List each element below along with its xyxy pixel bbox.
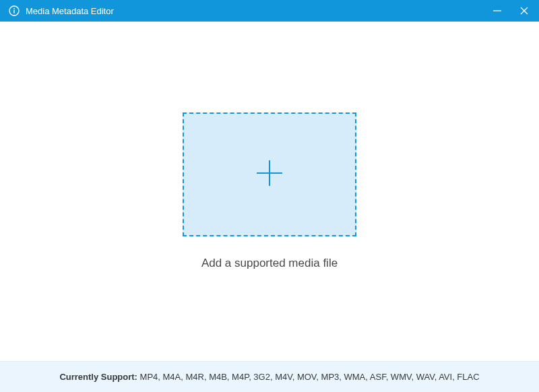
footer-label: Currently Support: xyxy=(59,372,139,382)
close-icon xyxy=(519,6,529,15)
main-content: Add a supported media file xyxy=(0,22,539,361)
supported-formats-text: Currently Support: MP4, M4A, M4R, M4B, M… xyxy=(59,372,479,382)
minimize-button[interactable] xyxy=(488,1,507,20)
svg-rect-2 xyxy=(13,10,14,13)
plus-icon xyxy=(253,156,286,193)
info-icon xyxy=(8,5,20,17)
window-controls xyxy=(488,1,534,20)
close-button[interactable] xyxy=(515,1,534,20)
svg-point-1 xyxy=(13,8,15,9)
footer-formats: MP4, M4A, M4R, M4B, M4P, 3G2, M4V, MOV, … xyxy=(140,372,480,382)
add-file-dropzone[interactable] xyxy=(183,112,356,236)
dropzone-label: Add a supported media file xyxy=(201,257,338,270)
titlebar: Media Metadata Editor xyxy=(0,0,539,22)
footer: Currently Support: MP4, M4A, M4R, M4B, M… xyxy=(0,361,539,392)
minimize-icon xyxy=(493,6,502,15)
window-title: Media Metadata Editor xyxy=(26,6,488,16)
